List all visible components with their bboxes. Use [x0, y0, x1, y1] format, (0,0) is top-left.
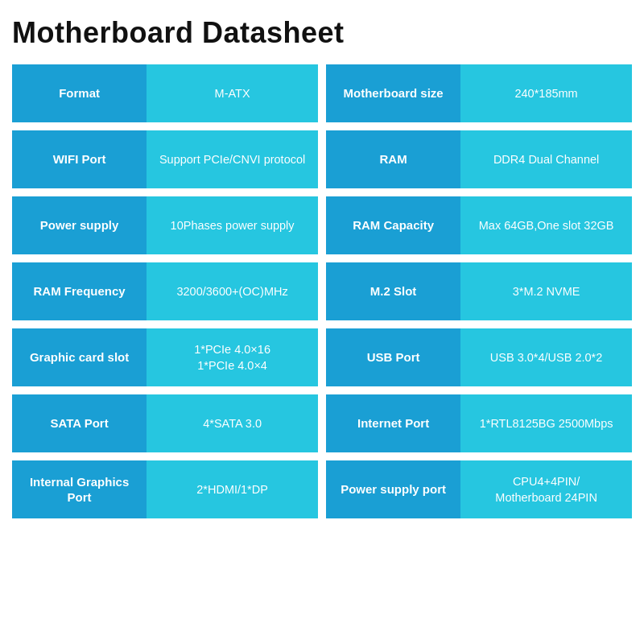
cell-value-4-0: 1*PCIe 4.0×161*PCIe 4.0×4 — [147, 328, 318, 386]
datasheet-cell-1-1: RAMDDR4 Dual Channel — [326, 130, 632, 188]
datasheet-cell-6-0: Internal Graphics Port2*HDMI/1*DP — [12, 460, 318, 518]
cell-value-6-1: CPU4+4PIN/Motherboard 24PIN — [460, 460, 632, 518]
cell-label-0-1: Motherboard size — [326, 64, 460, 122]
page-title: Motherboard Datasheet — [12, 16, 632, 50]
cell-value-3-0: 3200/3600+(OC)MHz — [147, 262, 318, 320]
cell-label-2-1: RAM Capacity — [326, 196, 460, 254]
datasheet-cell-1-0: WIFI PortSupport PCIe/CNVI protocol — [12, 130, 318, 188]
cell-label-6-1: Power supply port — [326, 460, 460, 518]
datasheet-cell-0-1: Motherboard size240*185mm — [326, 64, 632, 122]
datasheet-cell-5-1: Internet Port1*RTL8125BG 2500Mbps — [326, 394, 632, 452]
cell-label-5-1: Internet Port — [326, 394, 460, 452]
cell-label-5-0: SATA Port — [12, 394, 147, 452]
datasheet-grid: FormatM-ATXMotherboard size240*185mmWIFI… — [12, 64, 632, 518]
cell-value-5-0: 4*SATA 3.0 — [147, 394, 318, 452]
cell-value-5-1: 1*RTL8125BG 2500Mbps — [460, 394, 632, 452]
cell-value-0-0: M-ATX — [147, 64, 318, 122]
datasheet-cell-6-1: Power supply portCPU4+4PIN/Motherboard 2… — [326, 460, 632, 518]
cell-label-3-0: RAM Frequency — [12, 262, 147, 320]
cell-label-4-1: USB Port — [326, 328, 460, 386]
cell-value-4-1: USB 3.0*4/USB 2.0*2 — [460, 328, 632, 386]
datasheet-cell-3-0: RAM Frequency3200/3600+(OC)MHz — [12, 262, 318, 320]
cell-value-2-0: 10Phases power supply — [147, 196, 318, 254]
cell-value-1-0: Support PCIe/CNVI protocol — [147, 130, 318, 188]
datasheet-cell-5-0: SATA Port4*SATA 3.0 — [12, 394, 318, 452]
datasheet-cell-2-1: RAM CapacityMax 64GB,One slot 32GB — [326, 196, 632, 254]
datasheet-cell-4-1: USB PortUSB 3.0*4/USB 2.0*2 — [326, 328, 632, 386]
cell-value-3-1: 3*M.2 NVME — [460, 262, 632, 320]
cell-label-0-0: Format — [12, 64, 147, 122]
cell-label-4-0: Graphic card slot — [12, 328, 147, 386]
datasheet-cell-0-0: FormatM-ATX — [12, 64, 318, 122]
cell-label-2-0: Power supply — [12, 196, 147, 254]
cell-value-2-1: Max 64GB,One slot 32GB — [460, 196, 632, 254]
datasheet-cell-3-1: M.2 Slot3*M.2 NVME — [326, 262, 632, 320]
cell-value-6-0: 2*HDMI/1*DP — [147, 460, 318, 518]
datasheet-cell-4-0: Graphic card slot1*PCIe 4.0×161*PCIe 4.0… — [12, 328, 318, 386]
cell-label-3-1: M.2 Slot — [326, 262, 460, 320]
cell-label-1-1: RAM — [326, 130, 460, 188]
cell-value-1-1: DDR4 Dual Channel — [460, 130, 632, 188]
datasheet-cell-2-0: Power supply10Phases power supply — [12, 196, 318, 254]
cell-value-0-1: 240*185mm — [460, 64, 632, 122]
cell-label-6-0: Internal Graphics Port — [12, 460, 147, 518]
cell-label-1-0: WIFI Port — [12, 130, 147, 188]
